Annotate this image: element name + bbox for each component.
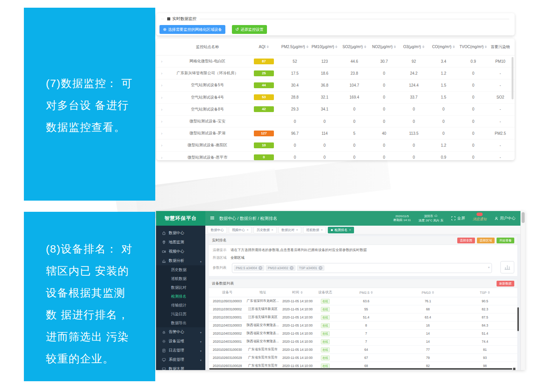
sidebar-subitem[interactable]: 数据比对: [156, 283, 205, 292]
sidebar-item-label: 视频中心: [169, 249, 184, 254]
param-multiselect[interactable]: PM2.5 a34004PM10 a34002TSP a34001: [232, 263, 492, 273]
sort-icon[interactable]: [453, 45, 455, 49]
caption-line: 较重的企业。: [46, 348, 155, 370]
sidebar-item-sys[interactable]: 系统管理: [156, 355, 205, 364]
button-label: 还原监控设置: [240, 25, 263, 34]
button-label: 选择需要监控的网格化区域设备: [168, 25, 222, 34]
notification-button[interactable]: 消息通知: [473, 215, 487, 222]
sort-icon[interactable]: [306, 45, 309, 49]
sort-icon[interactable]: [488, 291, 490, 294]
remove-tag-icon[interactable]: [258, 266, 262, 270]
value-cell: 114: [310, 131, 339, 136]
sort-icon[interactable]: [267, 45, 269, 49]
column-header-2: 时间: [280, 290, 315, 295]
sidebar-item-chart[interactable]: 数据分析: [156, 256, 205, 265]
tab-0[interactable]: 数据中心: [208, 227, 227, 233]
param-tag[interactable]: TSP a34001: [297, 265, 324, 271]
close-icon[interactable]: [349, 227, 351, 233]
tab-5[interactable]: 检测排名: [328, 227, 354, 233]
sidebar-item-doc[interactable]: 日志管理: [156, 346, 205, 355]
station-name: 微型站测试设备-罗湖: [167, 131, 248, 136]
close-icon[interactable]: [321, 227, 323, 233]
column-label: PM2.5: [359, 291, 369, 295]
sidebar-subitem[interactable]: 检测排名: [156, 292, 205, 301]
horizontal-scrollbar[interactable]: [209, 368, 512, 370]
expand-row-icon[interactable]: [156, 71, 167, 75]
panel-header: 设备数据列表 刷新数据: [209, 279, 517, 288]
refresh-data-button[interactable]: 刷新数据: [497, 281, 514, 286]
table-vertical-scrollbar[interactable]: [517, 307, 519, 331]
status-badge: 在线: [321, 355, 330, 360]
sidebar-item-map[interactable]: 地图监测: [156, 238, 205, 247]
chart-view-button[interactable]: [500, 261, 514, 273]
remove-tag-icon[interactable]: [319, 266, 322, 270]
sort-icon[interactable]: [364, 45, 366, 49]
sidebar-subitem[interactable]: 传输统计: [156, 301, 205, 310]
sidebar-item-video[interactable]: 视频中心: [156, 247, 205, 256]
tab-2[interactable]: 历史数据: [253, 227, 276, 233]
station-row: 微型站测试设备-惠阳区10000001.20-: [156, 139, 515, 151]
sort-icon[interactable]: [371, 291, 373, 294]
weather: 深圳市 温度 26°C 风向 东: [418, 214, 443, 223]
select-region-button[interactable]: 选择区域: [477, 238, 495, 243]
expand-row-icon[interactable]: [156, 83, 167, 87]
sidebar-item-bell[interactable]: 告警中心: [156, 327, 205, 337]
expand-row-icon[interactable]: [156, 143, 167, 147]
param-row: 参数列表 PM2.5 a34004PM10 a34002TSP a34001: [213, 263, 514, 273]
expand-row-icon[interactable]: [156, 131, 167, 136]
device-address: 广东省东莞市东莞市: [246, 355, 280, 360]
aqi-cell: 25: [248, 70, 280, 76]
sort-icon[interactable]: [485, 45, 487, 49]
tab-3[interactable]: 数据比对: [279, 227, 301, 233]
param-tag[interactable]: PM2.5 a34004: [234, 265, 264, 271]
device-row: 2020102603100029广东省东莞市东莞市2020-11-05 14:1…: [209, 354, 517, 362]
expand-row-icon[interactable]: [156, 155, 167, 160]
sidebar-item-home[interactable]: 数据中心: [156, 228, 205, 238]
tsp-value: 98: [459, 364, 511, 368]
select-nation-button[interactable]: 选择全国: [457, 238, 475, 243]
pm25-value: 55: [335, 307, 397, 311]
reset-monitor-settings-button[interactable]: 还原监控设置: [232, 25, 267, 34]
aqi-badge: 42: [254, 106, 274, 112]
pm10-value: 14: [397, 332, 459, 335]
close-icon[interactable]: [247, 227, 248, 233]
expand-row-icon[interactable]: [156, 59, 167, 64]
sidebar-subitem[interactable]: 巡航数据: [156, 274, 205, 283]
tab-1[interactable]: 视频中心: [229, 227, 252, 233]
start-view-button[interactable]: 开始查看: [497, 238, 514, 243]
table-scrollbar[interactable]: [512, 57, 514, 99]
sort-icon[interactable]: [300, 291, 303, 294]
status-badge: 在线: [321, 331, 330, 336]
sort-icon[interactable]: [394, 45, 396, 49]
hamburger-icon[interactable]: [210, 215, 215, 222]
page-scrollbar-thumb[interactable]: [522, 212, 525, 223]
param-tag[interactable]: PM10 a34002: [266, 265, 295, 271]
close-icon[interactable]: [271, 227, 273, 233]
sort-icon[interactable]: [422, 45, 425, 49]
expand-row-icon[interactable]: [156, 107, 167, 112]
expand-row-icon[interactable]: [156, 95, 167, 100]
remove-tag-icon[interactable]: [290, 266, 294, 270]
value-cell: 0: [458, 71, 488, 75]
station-name: 微型站测试设备-惠阳区: [167, 142, 248, 148]
tsp-value: 82.3: [459, 307, 511, 311]
sort-icon[interactable]: [432, 291, 434, 294]
sidebar-item-gear[interactable]: 设备运维: [156, 337, 205, 346]
value-cell: 30.4: [280, 83, 310, 87]
tab-4[interactable]: 巡航数据: [303, 227, 326, 233]
primary-pollutant-cell: -: [488, 107, 512, 111]
sidebar-subitem[interactable]: 污染日历: [156, 310, 205, 318]
page-scrollbar-track[interactable]: [520, 211, 525, 370]
select-grid-devices-button[interactable]: 选择需要监控的网格化区域设备: [159, 25, 225, 34]
fullscreen-button[interactable]: 全屏: [451, 216, 465, 221]
sort-icon[interactable]: [335, 45, 337, 49]
station-name: 空气站测试设备8号: [167, 107, 248, 112]
expand-row-icon[interactable]: [156, 119, 167, 124]
sidebar-subitem[interactable]: 数据导出: [156, 318, 205, 327]
sidebar-item-screen[interactable]: 数据大屏: [156, 364, 205, 370]
sidebar-subitem[interactable]: 历史数据: [156, 265, 205, 274]
close-icon[interactable]: [296, 227, 298, 233]
aqi-cell: 10: [248, 142, 280, 148]
user-label: 用户中心: [500, 216, 515, 221]
user-center-button[interactable]: 用户中心: [494, 216, 515, 221]
